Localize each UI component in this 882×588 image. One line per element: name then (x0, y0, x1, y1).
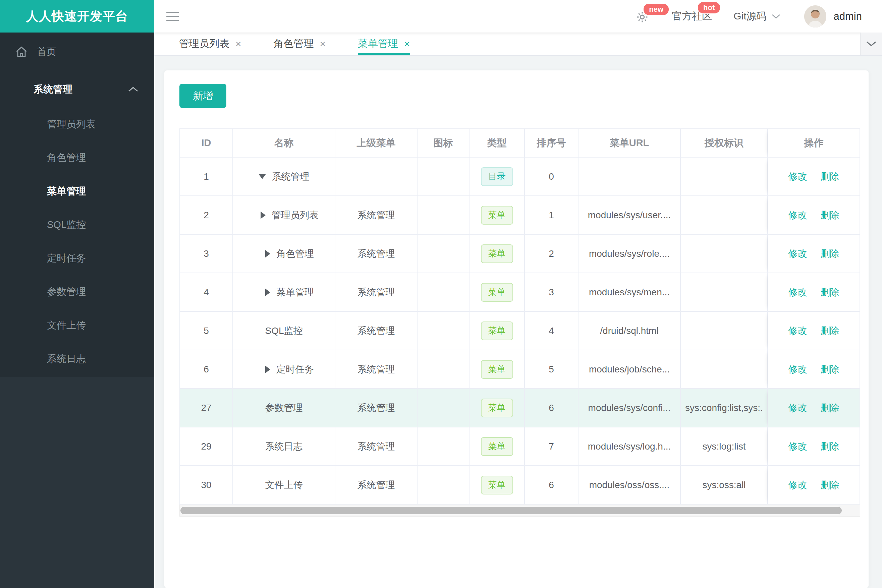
delete-link[interactable]: 删除 (820, 170, 839, 183)
cell-parent-menu: 系统管理 (335, 350, 418, 388)
table-header-row: ID名称上级菜单图标类型排序号菜单URL授权标识操作 (180, 129, 859, 158)
cell-actions: 修改删除 (768, 466, 859, 504)
type-badge: 菜单 (481, 399, 513, 417)
cell-type: 菜单 (469, 196, 525, 234)
cell-type: 菜单 (469, 235, 525, 273)
edit-link[interactable]: 修改 (789, 286, 807, 299)
cell-parent-menu (335, 158, 418, 195)
tabs-menu-button[interactable] (860, 33, 882, 55)
cell-actions: 修改删除 (768, 273, 859, 311)
add-button[interactable]: 新增 (179, 84, 226, 108)
cell-order: 0 (525, 158, 578, 195)
edit-link[interactable]: 修改 (789, 440, 807, 453)
avatar[interactable] (804, 5, 826, 27)
cell-order: 2 (525, 235, 578, 273)
cell-parent-menu: 系统管理 (335, 312, 418, 350)
cell-order: 5 (525, 350, 578, 388)
settings-button[interactable]: new (635, 8, 650, 24)
horizontal-scrollbar-thumb[interactable] (180, 507, 842, 514)
sidebar-toggle-icon[interactable] (166, 9, 179, 24)
sidebar-item-4[interactable]: 定时任务 (0, 242, 154, 275)
sidebar-group-system[interactable]: 系统管理 (0, 76, 154, 103)
menu-table: ID名称上级菜单图标类型排序号菜单URL授权标识操作 1系统管理目录0修改删除2… (179, 128, 860, 504)
sidebar-item-home[interactable]: 首页 (0, 39, 154, 65)
sidebar-item-7[interactable]: 系统日志 (0, 342, 154, 376)
menu-name: 定时任务 (276, 363, 314, 376)
column-header-5: 排序号 (525, 129, 578, 157)
sidebar-submenu: 管理员列表角色管理菜单管理SQL监控定时任务参数管理文件上传系统日志 (0, 103, 154, 376)
cell-order: 1 (525, 196, 578, 234)
username[interactable]: admin (834, 10, 862, 22)
table-row: 4菜单管理系统管理菜单3modules/sys/men...修改删除 (180, 273, 859, 312)
tab-0[interactable]: 管理员列表× (179, 33, 242, 55)
delete-link[interactable]: 删除 (820, 286, 839, 299)
cell-icon (418, 196, 469, 234)
cell-icon (418, 312, 469, 350)
table-row: 27参数管理系统管理菜单6modules/sys/confi...sys:con… (180, 389, 859, 428)
delete-link[interactable]: 删除 (820, 479, 839, 492)
cell-id: 3 (180, 235, 233, 273)
git-source-dropdown[interactable]: Git源码 (733, 9, 780, 23)
cell-actions: 修改删除 (768, 350, 859, 388)
cell-menu-url: modules/sys/role.... (578, 235, 681, 273)
table-row: 30文件上传系统管理菜单6modules/oss/oss....sys:oss:… (180, 466, 859, 504)
cell-order: 4 (525, 312, 578, 350)
edit-link[interactable]: 修改 (789, 324, 807, 337)
cell-parent-menu: 系统管理 (335, 273, 418, 311)
edit-link[interactable]: 修改 (789, 248, 807, 260)
cell-id: 6 (180, 350, 233, 388)
sidebar-item-0[interactable]: 管理员列表 (0, 108, 154, 141)
cell-menu-url: /druid/sql.html (578, 312, 681, 350)
cell-parent-menu: 系统管理 (335, 196, 418, 234)
sidebar-item-2[interactable]: 菜单管理 (0, 175, 154, 208)
edit-link[interactable]: 修改 (789, 209, 807, 222)
column-header-0: ID (180, 129, 233, 157)
cell-name: SQL监控 (233, 312, 335, 350)
edit-link[interactable]: 修改 (789, 479, 807, 492)
cell-name: 管理员列表 (233, 196, 335, 234)
expand-arrow-icon[interactable] (265, 289, 270, 296)
sidebar-item-1[interactable]: 角色管理 (0, 141, 154, 175)
delete-link[interactable]: 删除 (820, 363, 839, 376)
expand-arrow-icon[interactable] (265, 366, 270, 373)
delete-link[interactable]: 删除 (820, 440, 839, 453)
edit-link[interactable]: 修改 (789, 170, 807, 183)
expand-arrow-icon[interactable] (261, 212, 266, 219)
table-row: 3角色管理系统管理菜单2modules/sys/role....修改删除 (180, 235, 859, 273)
tab-close-icon[interactable]: × (320, 38, 326, 50)
expand-arrow-icon[interactable] (265, 250, 270, 258)
sidebar: 人人快速开发平台 首页 系统管理 管理员列表角色管理菜单管理SQL监控定时任务参… (0, 0, 154, 588)
cell-order: 7 (525, 428, 578, 465)
cell-permission: sys:oss:all (681, 466, 768, 504)
menu-name: 系统日志 (265, 440, 303, 453)
delete-link[interactable]: 删除 (820, 209, 839, 222)
community-link[interactable]: 官方社区 hot (672, 9, 712, 23)
cell-permission (681, 312, 768, 350)
git-source-label: Git源码 (733, 9, 766, 23)
tab-2[interactable]: 菜单管理× (358, 33, 410, 55)
sidebar-item-5[interactable]: 参数管理 (0, 275, 154, 309)
horizontal-scrollbar-track[interactable] (179, 504, 860, 517)
cell-icon (418, 466, 469, 504)
edit-link[interactable]: 修改 (789, 363, 807, 376)
tab-close-icon[interactable]: × (236, 38, 242, 50)
type-badge: 菜单 (481, 283, 513, 302)
column-header-8: 操作 (768, 129, 859, 157)
cell-name: 系统管理 (233, 158, 335, 195)
delete-link[interactable]: 删除 (820, 402, 839, 414)
column-header-1: 名称 (233, 129, 335, 157)
sidebar-menu: 首页 系统管理 管理员列表角色管理菜单管理SQL监控定时任务参数管理文件上传系统… (0, 33, 154, 377)
tab-close-icon[interactable]: × (404, 38, 410, 50)
collapse-arrow-icon[interactable] (258, 174, 266, 179)
delete-link[interactable]: 删除 (820, 324, 839, 337)
sidebar-item-6[interactable]: 文件上传 (0, 309, 154, 342)
menu-name: 文件上传 (265, 479, 303, 492)
cell-permission (681, 235, 768, 273)
tab-1[interactable]: 角色管理× (273, 33, 326, 55)
cell-menu-url: modules/job/sche... (578, 350, 681, 388)
delete-link[interactable]: 删除 (820, 248, 839, 260)
cell-id: 30 (180, 466, 233, 504)
edit-link[interactable]: 修改 (789, 402, 807, 414)
content-area: 新增 ID名称上级菜单图标类型排序号菜单URL授权标识操作 1系统管理目录0修改… (154, 56, 882, 588)
sidebar-item-3[interactable]: SQL监控 (0, 208, 154, 242)
